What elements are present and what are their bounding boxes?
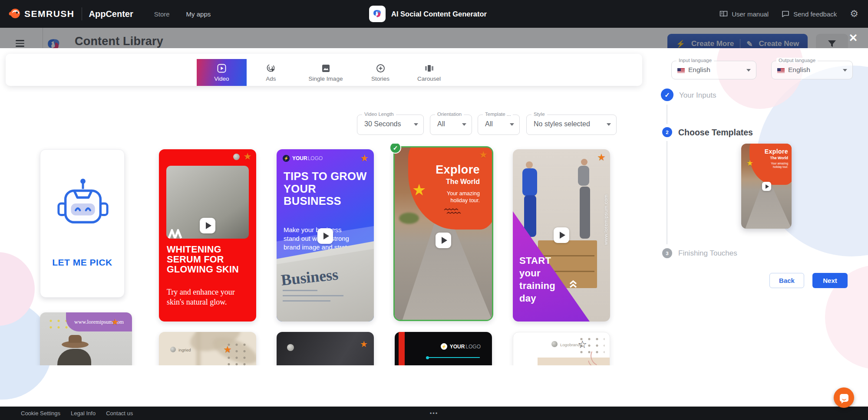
favorite-star-icon[interactable]: ★	[360, 340, 368, 348]
semrush-logo-icon[interactable]	[8, 7, 21, 20]
step-2-label: Choose Templates	[678, 128, 753, 138]
filter-template[interactable]: Template ... All	[478, 115, 520, 135]
template-card-logobrand[interactable]: Logobrand ☆	[513, 332, 610, 365]
card-subtext: Try and enhance your skin's natural glow…	[167, 287, 243, 307]
robot-icon	[55, 177, 111, 229]
cookie-settings-link[interactable]: Cookie Settings	[21, 410, 60, 417]
step-2-number: 2	[662, 127, 672, 137]
selected-template-thumbnail[interactable]: Explore The World ★ Your amazing holiday…	[741, 144, 792, 229]
footer-more-button[interactable]: •••	[430, 410, 439, 417]
card-headline: SPECIAL PRICE	[410, 364, 492, 365]
carousel-icon	[424, 63, 434, 73]
step-3-number: 3	[662, 248, 672, 258]
favorite-star-outline-icon[interactable]: ☆	[578, 339, 587, 350]
template-card-let-me-pick[interactable]: LET ME PICK	[40, 149, 125, 298]
close-icon[interactable]: ✕	[847, 31, 860, 44]
next-button[interactable]: Next	[812, 273, 848, 288]
chevron-down-icon	[843, 69, 847, 72]
legal-info-link[interactable]: Legal Info	[71, 410, 96, 417]
stories-plus-icon	[376, 63, 386, 73]
send-feedback-link[interactable]: Send feedback	[782, 10, 837, 18]
template-card-training[interactable]: START your training day www.loremipsum.c…	[513, 149, 610, 322]
chevron-down-icon	[746, 69, 751, 72]
gear-logo-icon: ⚡	[441, 343, 447, 350]
template-grid: LET ME PICK ★ WHITENING SERUM FOR GLOWIN…	[0, 144, 651, 365]
star-decoration-icon: ★	[746, 159, 753, 167]
play-button[interactable]	[762, 182, 771, 191]
us-flag-icon	[777, 68, 785, 73]
filter-style[interactable]: Style No styles selected	[526, 115, 617, 135]
favorite-star-icon[interactable]: ★	[597, 153, 606, 162]
url-banner: www.loremipsum.com	[66, 312, 132, 331]
template-card-dark[interactable]: ★	[277, 332, 374, 365]
app-title: AI Social Content Generator	[391, 10, 487, 18]
tab-single-image[interactable]: Single Image	[296, 59, 356, 86]
step-1-done-icon: ✓	[661, 89, 673, 101]
play-button[interactable]	[317, 228, 333, 244]
brand-label: Logobrand	[560, 342, 580, 347]
image-icon	[321, 63, 331, 73]
template-card-special-price[interactable]: ⚡ YOURLOGO SPECIAL PRICE	[395, 332, 492, 365]
tab-stories[interactable]: Stories	[356, 59, 405, 86]
play-button[interactable]	[554, 227, 569, 243]
user-manual-link[interactable]: User manual	[719, 10, 769, 18]
template-card-explore-selected[interactable]: ✓ ★ Explore The World ★ Your amazing hol…	[393, 146, 493, 321]
feedback-icon	[782, 10, 789, 17]
tab-video[interactable]: Video	[197, 59, 247, 86]
watermark-url: www.loremipsum.com	[603, 154, 608, 245]
brand-appcenter[interactable]: AppCenter	[89, 9, 133, 19]
filter-video-length[interactable]: Video Length 30 Seconds	[357, 115, 424, 135]
contact-us-link[interactable]: Contact us	[106, 410, 133, 417]
star-decoration-icon: ★	[412, 182, 426, 198]
thumb-subtext: Your amazing holiday tour.	[762, 162, 788, 169]
chevrons-up-icon	[568, 279, 578, 289]
content-type-toolbar: Video Ads Single Image Stories Carousel	[6, 54, 642, 86]
us-flag-icon	[677, 68, 685, 73]
zigzag-logo	[168, 229, 186, 240]
nav-my-apps[interactable]: My apps	[186, 10, 211, 18]
template-card-hat[interactable]: www.loremipsum.com ★	[40, 312, 132, 365]
nav-store[interactable]: Store	[154, 10, 170, 18]
card-headline: WHITENING SERUM FOR GLOWING SKIN	[167, 245, 251, 275]
favorite-star-icon[interactable]: ★	[111, 318, 119, 326]
card-headline: START your training day	[519, 254, 555, 305]
card-headline: Explore	[436, 163, 480, 177]
card-subhead: The World	[446, 178, 480, 186]
avatar	[233, 154, 240, 160]
avatar	[170, 347, 176, 352]
screen: SEMRUSH AppCenter Store My apps AI Socia…	[0, 0, 868, 420]
template-card-palm[interactable]: ingried ★	[159, 332, 256, 365]
topbar: SEMRUSH AppCenter Store My apps AI Socia…	[0, 0, 868, 28]
favorite-star-icon[interactable]: ★	[223, 345, 232, 354]
card-headline: TIPS TO GROW YOUR BUSINESS	[284, 170, 370, 207]
play-button[interactable]	[200, 218, 215, 233]
tab-ads[interactable]: Ads	[246, 59, 296, 86]
favorite-star-icon[interactable]: ★	[243, 152, 252, 161]
template-card-serum[interactable]: ★ WHITENING SERUM FOR GLOWING SKIN Try a…	[159, 149, 256, 322]
brand-semrush[interactable]: SEMRUSH	[24, 9, 75, 19]
chat-button[interactable]	[834, 387, 854, 408]
input-language-select[interactable]: Input language English	[671, 61, 756, 79]
chevron-down-icon	[510, 123, 514, 126]
chevron-down-icon	[607, 123, 611, 126]
back-button[interactable]: Back	[769, 273, 804, 288]
app-logo-icon	[369, 6, 386, 22]
chat-bubble-icon	[840, 394, 848, 402]
bolt-logo-icon: ⚡	[283, 155, 290, 162]
tab-carousel[interactable]: Carousel	[405, 59, 453, 86]
step-1-label: Your Inputs	[679, 91, 716, 100]
card-subtext: Your amazing holiday tour.	[433, 190, 480, 204]
template-picker-modal: Video Ads Single Image Stories Carousel …	[0, 48, 868, 407]
template-card-tips[interactable]: ⚡ YOURLOGO ★ TIPS TO GROW YOUR BUSINESS …	[277, 149, 374, 322]
output-language-select[interactable]: Output language English	[771, 61, 853, 79]
settings-gear-icon[interactable]: ⚙	[850, 9, 858, 19]
modal-dim-overlay	[0, 28, 868, 48]
favorite-star-icon[interactable]: ★	[360, 154, 369, 163]
yourlogo-badge: ⚡ YOURLOGO	[283, 155, 323, 162]
cyan-line-decoration	[429, 357, 480, 358]
filter-orientation[interactable]: Orientation All	[430, 115, 472, 135]
red-stripe-decoration	[399, 332, 405, 365]
topbar-divider	[82, 7, 82, 20]
play-button[interactable]	[436, 233, 451, 248]
favorite-star-icon[interactable]: ★	[479, 150, 488, 160]
